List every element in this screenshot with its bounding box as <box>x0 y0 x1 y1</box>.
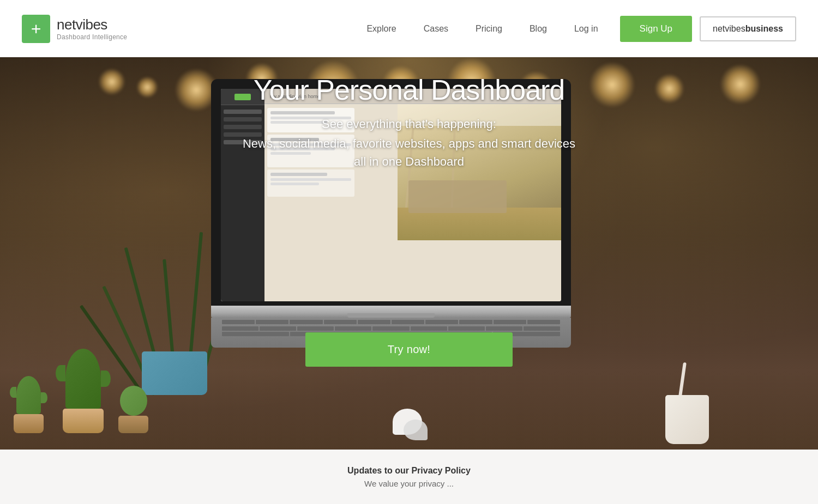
keyboard-row-2 <box>211 324 571 331</box>
nav-explore[interactable]: Explore <box>366 24 396 34</box>
logo-tagline: Dashboard Intelligence <box>57 33 127 41</box>
business-button[interactable]: netvibesbusiness <box>700 16 796 41</box>
signup-button[interactable]: Sign Up <box>620 16 692 42</box>
hero-subtitle-2: News, social media, favorite websites, a… <box>0 135 818 171</box>
key <box>358 320 390 324</box>
logo-plus: + <box>31 20 41 38</box>
business-bold: business <box>745 24 783 33</box>
laptop-base <box>211 306 571 318</box>
key <box>524 326 560 331</box>
logo-name: netvibes <box>57 16 127 33</box>
nav-pricing[interactable]: Pricing <box>476 24 502 34</box>
hero-subtitle-1: See everything that's happening: <box>0 117 818 131</box>
chat-icon-area[interactable] <box>387 409 431 441</box>
keyboard-row-1 <box>211 318 571 324</box>
privacy-title: Updates to our Privacy Policy <box>347 466 471 476</box>
key <box>411 326 447 331</box>
nav-login[interactable]: Log in <box>574 24 598 34</box>
key <box>335 326 371 331</box>
key <box>392 320 424 324</box>
nav-cases[interactable]: Cases <box>424 24 448 34</box>
key <box>372 326 409 331</box>
coffee-cup-decoration <box>665 395 709 444</box>
key <box>324 320 357 324</box>
chat-bubble-secondary-icon <box>404 420 428 440</box>
key <box>222 326 258 331</box>
key <box>222 320 255 324</box>
logo-text: netvibes Dashboard Intelligence <box>57 16 127 41</box>
hero-section: Your Personal Dashboard See everything t… <box>0 57 818 504</box>
nav-blog[interactable]: Blog <box>530 24 547 34</box>
key <box>448 326 485 331</box>
hero-title: Your Personal Dashboard <box>0 74 818 106</box>
privacy-text: We value your privacy ... <box>364 479 454 488</box>
key <box>459 320 492 324</box>
key <box>527 320 560 324</box>
try-now-button[interactable]: Try now! <box>305 332 513 367</box>
key <box>486 326 522 331</box>
cactus-2 <box>65 349 104 433</box>
cactus-3 <box>120 386 148 433</box>
key <box>260 326 296 331</box>
header: + netvibes Dashboard Intelligence Explor… <box>0 0 818 57</box>
key <box>494 320 526 324</box>
business-prefix: netvibes <box>713 24 745 33</box>
key <box>425 320 458 324</box>
cactus-1 <box>16 376 44 433</box>
key <box>297 326 334 331</box>
logo-area: + netvibes Dashboard Intelligence <box>22 15 127 43</box>
key <box>290 320 322 324</box>
key <box>222 332 289 336</box>
hero-text: Your Personal Dashboard See everything t… <box>0 74 818 171</box>
cup-body <box>665 395 709 444</box>
privacy-bar: Updates to our Privacy Policy We value y… <box>0 450 818 504</box>
logo-icon: + <box>22 15 50 43</box>
cactus-area <box>0 270 153 433</box>
key <box>256 320 288 324</box>
main-nav: Explore Cases Pricing Blog Log in <box>366 24 598 34</box>
